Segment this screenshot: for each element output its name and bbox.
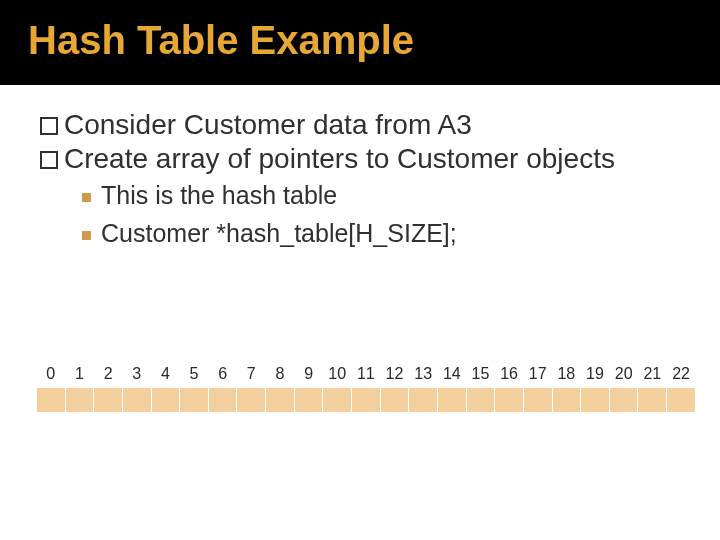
bullet-level1: Create array of pointers to Customer obj… (40, 143, 690, 175)
array-index: 14 (437, 361, 466, 388)
array-index: 16 (495, 361, 524, 388)
hash-table-array: 0 1 2 3 4 5 6 7 8 9 10 11 12 13 14 15 16… (36, 360, 696, 413)
array-cell (380, 388, 409, 413)
array-index: 5 (180, 361, 209, 388)
array-index: 18 (552, 361, 581, 388)
array-index: 9 (294, 361, 323, 388)
array-cell (151, 388, 180, 413)
bullet-text: Consider Customer data from A3 (64, 109, 472, 141)
array-cell (609, 388, 638, 413)
array-index: 4 (151, 361, 180, 388)
array-cell (122, 388, 151, 413)
hollow-square-icon (40, 117, 58, 135)
array-index: 6 (208, 361, 237, 388)
bullet-text: Create array of pointers to Customer obj… (64, 143, 615, 175)
array-index: 2 (94, 361, 123, 388)
array-index: 1 (65, 361, 94, 388)
filled-square-icon (82, 231, 91, 240)
bullet-text: Customer *hash_table[H_SIZE]; (101, 217, 457, 251)
title-band: Hash Table Example (0, 0, 720, 85)
array-cell (37, 388, 66, 413)
array-index: 17 (523, 361, 552, 388)
array-index: 11 (352, 361, 381, 388)
array-index: 10 (323, 361, 352, 388)
array-cell (409, 388, 438, 413)
hollow-square-icon (40, 151, 58, 169)
array-cell (552, 388, 581, 413)
array-table: 0 1 2 3 4 5 6 7 8 9 10 11 12 13 14 15 16… (36, 360, 696, 413)
array-index: 21 (638, 361, 667, 388)
array-cell (294, 388, 323, 413)
array-index: 12 (380, 361, 409, 388)
array-index: 19 (581, 361, 610, 388)
array-cell (495, 388, 524, 413)
array-cell (523, 388, 552, 413)
array-cell-row (37, 388, 696, 413)
array-index: 3 (122, 361, 151, 388)
array-index: 20 (609, 361, 638, 388)
array-index: 22 (667, 361, 696, 388)
slide-title: Hash Table Example (28, 18, 720, 63)
array-cell (466, 388, 495, 413)
array-cell (437, 388, 466, 413)
array-cell (581, 388, 610, 413)
array-index-row: 0 1 2 3 4 5 6 7 8 9 10 11 12 13 14 15 16… (37, 361, 696, 388)
bullet-level1: Consider Customer data from A3 (40, 109, 690, 141)
bullet-text: This is the hash table (101, 179, 337, 213)
array-cell (208, 388, 237, 413)
filled-square-icon (82, 193, 91, 202)
slide-body: Consider Customer data from A3 Create ar… (0, 85, 720, 251)
array-cell (65, 388, 94, 413)
array-cell (667, 388, 696, 413)
bullet-level2: Customer *hash_table[H_SIZE]; (82, 217, 690, 251)
array-index: 0 (37, 361, 66, 388)
array-cell (94, 388, 123, 413)
array-cell (266, 388, 295, 413)
array-cell (638, 388, 667, 413)
array-cell (323, 388, 352, 413)
array-index: 15 (466, 361, 495, 388)
array-index: 13 (409, 361, 438, 388)
array-cell (180, 388, 209, 413)
bullet-level2: This is the hash table (82, 179, 690, 213)
array-index: 8 (266, 361, 295, 388)
array-cell (237, 388, 266, 413)
array-index: 7 (237, 361, 266, 388)
array-cell (352, 388, 381, 413)
slide: Hash Table Example Consider Customer dat… (0, 0, 720, 540)
